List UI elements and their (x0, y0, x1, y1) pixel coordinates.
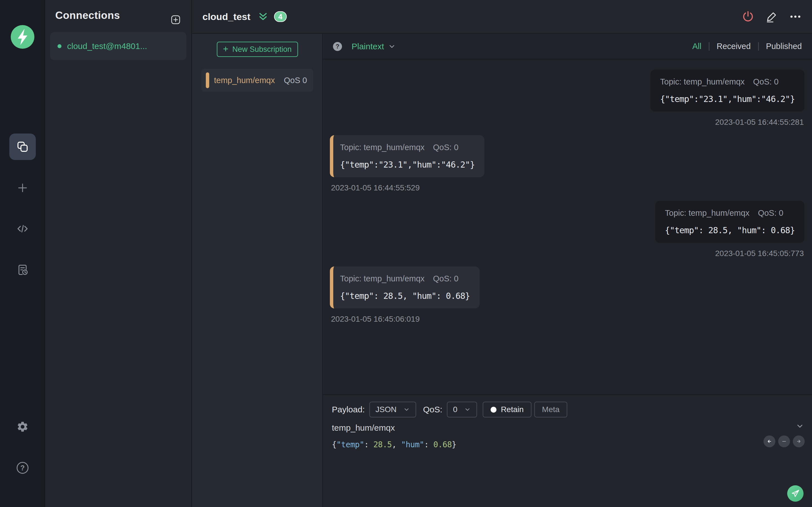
message-published: Topic: temp_hum/emqx QoS: 0 {"temp": 28.… (330, 201, 804, 258)
meta-button[interactable]: Meta (534, 402, 567, 417)
chevron-down-icon[interactable] (388, 43, 396, 50)
message-timestamp: 2023-01-05 16:44:55:529 (331, 183, 420, 192)
subscription-count-badge: 4 (274, 11, 287, 22)
subscription-topic: temp_hum/emqx (214, 76, 275, 85)
nav-settings[interactable] (16, 420, 29, 433)
retain-toggle[interactable]: Retain (483, 402, 531, 417)
plus-square-icon (170, 14, 181, 25)
message-payload: {"temp":"23.1","hum":"46.2"} (660, 94, 795, 104)
json-token: 0.68 (434, 440, 452, 449)
topic-input[interactable]: temp_hum/emqx (332, 423, 812, 433)
connection-name: cloud_test@m4801... (67, 41, 147, 51)
message-qos: QoS: 0 (433, 274, 458, 283)
history-clear-button[interactable] (778, 436, 790, 447)
json-token: , (392, 440, 401, 449)
subscription-color-bar (206, 72, 209, 88)
qos-dropdown[interactable]: 0 (447, 402, 477, 417)
icon-rail: ? (0, 0, 45, 507)
message-received: Topic: temp_hum/emqx QoS: 0 {"temp": 28.… (330, 267, 804, 324)
filter-divider (758, 42, 759, 51)
history-next-button[interactable] (793, 436, 805, 447)
json-token: "hum" (401, 440, 424, 449)
retain-dot-icon (491, 407, 497, 413)
filter-divider (709, 42, 709, 51)
collapse-chevrons-icon[interactable] (258, 11, 268, 22)
message-timestamp: 2023-01-05 16:44:55:281 (715, 118, 804, 127)
send-button[interactable] (787, 485, 804, 502)
connection-status-dot (57, 44, 61, 48)
mqttx-logo (11, 25, 35, 49)
connections-panel: Connections cloud_test@m4801... (45, 0, 192, 507)
message-received: Topic: temp_hum/emqx QoS: 0 {"temp":"23.… (330, 135, 804, 192)
connections-panel-title: Connections (55, 10, 120, 21)
new-subscription-button[interactable]: + New Subscription (217, 42, 298, 57)
message-topic: Topic: temp_hum/emqx (665, 209, 749, 218)
filter-received[interactable]: Received (717, 42, 751, 51)
payload-editor[interactable]: {"temp": 28.5, "hum": 0.68} (332, 440, 812, 449)
nav-script[interactable] (16, 222, 29, 235)
retain-label: Retain (501, 405, 523, 414)
message-list[interactable]: Topic: temp_hum/emqx QoS: 0 {"temp":"23.… (323, 59, 812, 394)
collapse-editor-chevron-icon[interactable] (796, 422, 804, 431)
connection-topbar: cloud_test 4 (192, 0, 812, 34)
payload-help-icon[interactable]: ? (333, 42, 342, 51)
minus-icon (780, 438, 788, 445)
payload-format-select[interactable]: Plaintext (352, 42, 384, 51)
arrow-left-icon (766, 438, 773, 445)
history-pager (763, 436, 805, 447)
message-filters: All Received Published (692, 42, 802, 51)
message-bubble: Topic: temp_hum/emqx QoS: 0 {"temp": 28.… (330, 267, 479, 308)
arrow-right-icon (795, 438, 802, 445)
connection-title: cloud_test (202, 11, 250, 22)
message-topic: Topic: temp_hum/emqx (660, 77, 745, 87)
publish-composer: Payload: JSON QoS: 0 (323, 394, 812, 507)
payload-label: Payload: (332, 405, 365, 414)
nav-new-connection[interactable] (16, 182, 29, 194)
connection-content: + New Subscription temp_hum/emqx QoS 0 ?… (192, 34, 812, 507)
nav-help[interactable]: ? (17, 462, 29, 474)
meta-label: Meta (542, 405, 559, 414)
more-options-button[interactable] (789, 10, 802, 23)
chevron-down-icon (403, 406, 410, 413)
json-token: } (452, 440, 456, 449)
connections-icon (16, 140, 29, 153)
message-qos: QoS: 0 (433, 143, 458, 152)
gear-icon (16, 420, 29, 433)
message-payload: {"temp":"23.1","hum":"46.2"} (340, 160, 475, 170)
message-published: Topic: temp_hum/emqx QoS: 0 {"temp":"23.… (330, 69, 804, 127)
message-bubble: Topic: temp_hum/emqx QoS: 0 {"temp":"23.… (651, 69, 804, 112)
edit-connection-button[interactable] (765, 10, 778, 23)
add-connection-button[interactable] (170, 14, 181, 25)
message-bubble: Topic: temp_hum/emqx QoS: 0 {"temp": 28.… (655, 201, 804, 243)
payload-format-value: JSON (375, 405, 397, 414)
payload-format-dropdown[interactable]: JSON (369, 402, 416, 417)
plus-icon (16, 182, 29, 194)
power-icon (742, 10, 755, 23)
disconnect-button[interactable] (742, 10, 755, 23)
send-icon (791, 489, 800, 498)
nav-connections[interactable] (9, 133, 36, 160)
more-icon (789, 10, 802, 23)
main-area: cloud_test 4 (192, 0, 812, 507)
filter-published[interactable]: Published (766, 42, 802, 51)
filter-all[interactable]: All (692, 42, 701, 51)
messages-toolbar: ? Plaintext All Received Published (323, 34, 812, 59)
message-qos: QoS: 0 (758, 209, 783, 218)
history-prev-button[interactable] (763, 436, 775, 447)
subscription-item[interactable]: temp_hum/emqx QoS 0 (201, 69, 313, 92)
message-qos: QoS: 0 (753, 77, 778, 87)
nav-log[interactable] (16, 264, 29, 276)
message-payload: {"temp": 28.5, "hum": 0.68} (665, 225, 795, 235)
help-glyph: ? (20, 464, 24, 472)
json-token: : (424, 440, 434, 449)
json-token: { (332, 440, 336, 449)
log-icon (16, 264, 29, 276)
json-token: 28.5 (373, 440, 392, 449)
qos-label: QoS: (423, 405, 442, 414)
chevron-down-icon (464, 406, 471, 413)
messages-column: ? Plaintext All Received Published (323, 34, 812, 507)
connection-list-item[interactable]: cloud_test@m4801... (50, 32, 186, 60)
json-token: "temp" (336, 440, 364, 449)
message-timestamp: 2023-01-05 16:45:05:773 (715, 249, 804, 258)
composer-toolbar: Payload: JSON QoS: 0 (332, 402, 812, 417)
